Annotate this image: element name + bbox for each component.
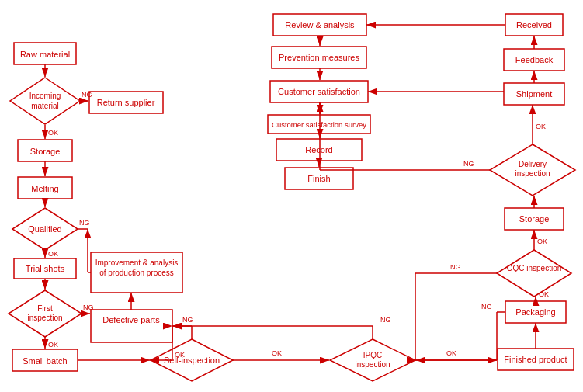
first-inspection-label: First bbox=[37, 304, 53, 313]
packaging-label: Packaging bbox=[515, 307, 555, 317]
ng-label-5: NG bbox=[182, 316, 193, 324]
svg-text:inspection: inspection bbox=[27, 314, 62, 322]
ok-label-6: OK bbox=[539, 290, 549, 298]
record-label: Record bbox=[305, 145, 332, 154]
ok-label-4: OK bbox=[272, 349, 282, 357]
qualified-label: Qualified bbox=[28, 224, 61, 234]
trial-shots-label: Trial shots bbox=[26, 264, 65, 273]
return-supplier-label: Return supplier bbox=[97, 98, 155, 107]
customer-survey-label: Customer satisfaction survey bbox=[272, 120, 366, 129]
ng-label-2: NG bbox=[79, 219, 90, 227]
flowchart-container: Raw material Incoming material Return su… bbox=[0, 0, 583, 392]
defective-parts-label: Defective parts bbox=[102, 315, 160, 324]
delivery-inspection-label: Delivery bbox=[519, 160, 547, 168]
ng-label-7: NG bbox=[481, 303, 492, 310]
feedback-label: Feedback bbox=[515, 55, 554, 64]
svg-text:inspection: inspection bbox=[355, 360, 390, 369]
ok-label-8: OK bbox=[536, 123, 546, 130]
flowchart-svg: Raw material Incoming material Return su… bbox=[0, 0, 583, 392]
incoming-material-label: Incoming bbox=[29, 92, 61, 100]
ng-label-8: NG bbox=[450, 263, 461, 271]
prevention-measures-label: Prevention measures bbox=[279, 53, 359, 62]
ng-label-6: NG bbox=[380, 316, 391, 324]
svg-marker-2 bbox=[10, 78, 80, 124]
storage1-label: Storage bbox=[30, 147, 61, 156]
ok-label-2: OK bbox=[48, 250, 58, 258]
ng-label-1: NG bbox=[82, 91, 92, 99]
small-batch-label: Small batch bbox=[23, 356, 67, 366]
raw-material-label: Raw material bbox=[20, 50, 70, 59]
ng-label-3: NG bbox=[83, 304, 94, 311]
svg-text:inspection: inspection bbox=[515, 169, 550, 178]
finish-label: Finish bbox=[307, 174, 330, 183]
improvement-label: Improvement & analysis bbox=[95, 258, 179, 267]
ok-label-3: OK bbox=[48, 341, 58, 349]
received-label: Received bbox=[516, 20, 552, 29]
svg-text:material: material bbox=[31, 102, 59, 110]
customer-satisfaction-label: Customer satisfaction bbox=[278, 87, 360, 96]
storage2-label: Storage bbox=[519, 214, 550, 224]
ng-label-9: NG bbox=[463, 160, 474, 168]
melting-label: Melting bbox=[31, 184, 58, 193]
ok-label-1: OK bbox=[48, 129, 58, 137]
ng-label-4: OK bbox=[175, 351, 185, 359]
ok-label-5: OK bbox=[446, 349, 456, 357]
svg-text:of production process: of production process bbox=[99, 269, 174, 277]
shipment-label: Shipment bbox=[516, 89, 552, 99]
oqc-label: OQC inspection bbox=[507, 264, 562, 272]
finished-product-label: Finished product bbox=[504, 355, 567, 364]
ipqc-label: IPQC bbox=[363, 351, 382, 359]
ok-label-7: OK bbox=[537, 238, 547, 245]
review-analysis-label: Review & analysis bbox=[285, 20, 355, 29]
svg-marker-20 bbox=[497, 250, 571, 297]
